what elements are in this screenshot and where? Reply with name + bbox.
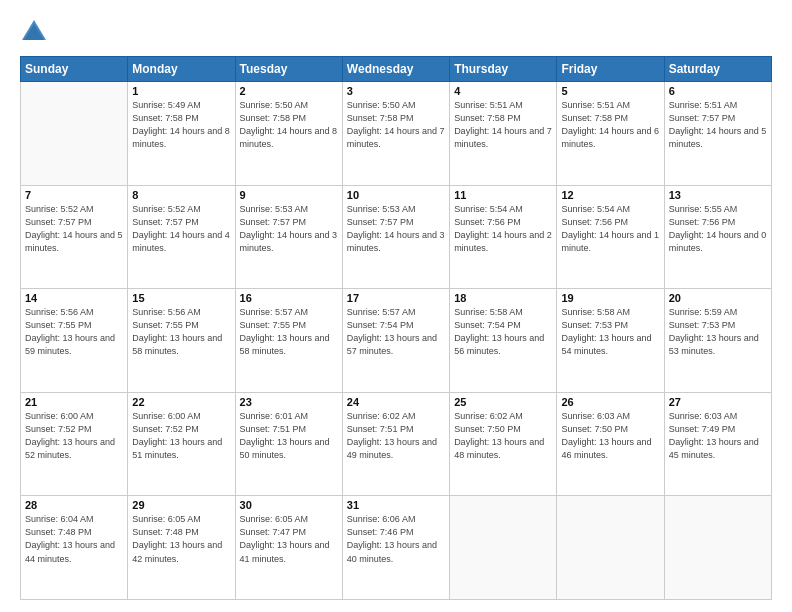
daylight-text: Daylight: 14 hours and 8 minutes. bbox=[132, 126, 230, 149]
day-info: Sunrise: 5:50 AMSunset: 7:58 PMDaylight:… bbox=[240, 99, 338, 151]
day-number: 23 bbox=[240, 396, 338, 408]
calendar-cell: 18Sunrise: 5:58 AMSunset: 7:54 PMDayligh… bbox=[450, 289, 557, 393]
sunrise-text: Sunrise: 5:52 AM bbox=[25, 204, 94, 214]
calendar-cell: 3Sunrise: 5:50 AMSunset: 7:58 PMDaylight… bbox=[342, 82, 449, 186]
sunset-text: Sunset: 7:58 PM bbox=[240, 113, 307, 123]
calendar-cell: 24Sunrise: 6:02 AMSunset: 7:51 PMDayligh… bbox=[342, 392, 449, 496]
daylight-text: Daylight: 14 hours and 3 minutes. bbox=[347, 230, 445, 253]
day-number: 8 bbox=[132, 189, 230, 201]
day-info: Sunrise: 5:53 AMSunset: 7:57 PMDaylight:… bbox=[240, 203, 338, 255]
calendar-cell: 1Sunrise: 5:49 AMSunset: 7:58 PMDaylight… bbox=[128, 82, 235, 186]
day-number: 9 bbox=[240, 189, 338, 201]
sunrise-text: Sunrise: 6:00 AM bbox=[132, 411, 201, 421]
sunset-text: Sunset: 7:56 PM bbox=[669, 217, 736, 227]
day-info: Sunrise: 5:54 AMSunset: 7:56 PMDaylight:… bbox=[561, 203, 659, 255]
calendar-cell: 31Sunrise: 6:06 AMSunset: 7:46 PMDayligh… bbox=[342, 496, 449, 600]
logo bbox=[20, 18, 52, 46]
day-number: 26 bbox=[561, 396, 659, 408]
daylight-text: Daylight: 13 hours and 50 minutes. bbox=[240, 437, 330, 460]
sunrise-text: Sunrise: 5:53 AM bbox=[240, 204, 309, 214]
day-number: 21 bbox=[25, 396, 123, 408]
sunrise-text: Sunrise: 5:57 AM bbox=[347, 307, 416, 317]
col-monday: Monday bbox=[128, 57, 235, 82]
daylight-text: Daylight: 14 hours and 4 minutes. bbox=[132, 230, 230, 253]
sunrise-text: Sunrise: 5:50 AM bbox=[347, 100, 416, 110]
day-number: 7 bbox=[25, 189, 123, 201]
calendar-cell bbox=[557, 496, 664, 600]
sunset-text: Sunset: 7:55 PM bbox=[25, 320, 92, 330]
day-info: Sunrise: 5:59 AMSunset: 7:53 PMDaylight:… bbox=[669, 306, 767, 358]
sunset-text: Sunset: 7:49 PM bbox=[669, 424, 736, 434]
day-number: 5 bbox=[561, 85, 659, 97]
sunset-text: Sunset: 7:57 PM bbox=[347, 217, 414, 227]
calendar-cell: 2Sunrise: 5:50 AMSunset: 7:58 PMDaylight… bbox=[235, 82, 342, 186]
daylight-text: Daylight: 14 hours and 7 minutes. bbox=[347, 126, 445, 149]
sunset-text: Sunset: 7:58 PM bbox=[454, 113, 521, 123]
sunset-text: Sunset: 7:56 PM bbox=[561, 217, 628, 227]
day-number: 14 bbox=[25, 292, 123, 304]
day-info: Sunrise: 5:52 AMSunset: 7:57 PMDaylight:… bbox=[25, 203, 123, 255]
daylight-text: Daylight: 13 hours and 54 minutes. bbox=[561, 333, 651, 356]
calendar-cell: 26Sunrise: 6:03 AMSunset: 7:50 PMDayligh… bbox=[557, 392, 664, 496]
daylight-text: Daylight: 14 hours and 7 minutes. bbox=[454, 126, 552, 149]
calendar-header-row: Sunday Monday Tuesday Wednesday Thursday… bbox=[21, 57, 772, 82]
daylight-text: Daylight: 13 hours and 52 minutes. bbox=[25, 437, 115, 460]
day-number: 22 bbox=[132, 396, 230, 408]
day-info: Sunrise: 6:05 AMSunset: 7:47 PMDaylight:… bbox=[240, 513, 338, 565]
day-number: 11 bbox=[454, 189, 552, 201]
day-number: 31 bbox=[347, 499, 445, 511]
sunset-text: Sunset: 7:47 PM bbox=[240, 527, 307, 537]
day-info: Sunrise: 6:06 AMSunset: 7:46 PMDaylight:… bbox=[347, 513, 445, 565]
calendar-cell: 28Sunrise: 6:04 AMSunset: 7:48 PMDayligh… bbox=[21, 496, 128, 600]
col-friday: Friday bbox=[557, 57, 664, 82]
day-number: 29 bbox=[132, 499, 230, 511]
daylight-text: Daylight: 14 hours and 5 minutes. bbox=[669, 126, 767, 149]
calendar-cell: 19Sunrise: 5:58 AMSunset: 7:53 PMDayligh… bbox=[557, 289, 664, 393]
day-number: 10 bbox=[347, 189, 445, 201]
calendar-cell: 27Sunrise: 6:03 AMSunset: 7:49 PMDayligh… bbox=[664, 392, 771, 496]
daylight-text: Daylight: 13 hours and 58 minutes. bbox=[240, 333, 330, 356]
day-info: Sunrise: 6:03 AMSunset: 7:50 PMDaylight:… bbox=[561, 410, 659, 462]
sunrise-text: Sunrise: 6:03 AM bbox=[669, 411, 738, 421]
sunrise-text: Sunrise: 6:02 AM bbox=[347, 411, 416, 421]
sunset-text: Sunset: 7:53 PM bbox=[669, 320, 736, 330]
day-number: 13 bbox=[669, 189, 767, 201]
calendar-cell: 13Sunrise: 5:55 AMSunset: 7:56 PMDayligh… bbox=[664, 185, 771, 289]
day-number: 28 bbox=[25, 499, 123, 511]
day-info: Sunrise: 5:56 AMSunset: 7:55 PMDaylight:… bbox=[132, 306, 230, 358]
day-info: Sunrise: 5:53 AMSunset: 7:57 PMDaylight:… bbox=[347, 203, 445, 255]
daylight-text: Daylight: 13 hours and 51 minutes. bbox=[132, 437, 222, 460]
day-info: Sunrise: 6:03 AMSunset: 7:49 PMDaylight:… bbox=[669, 410, 767, 462]
calendar-cell: 6Sunrise: 5:51 AMSunset: 7:57 PMDaylight… bbox=[664, 82, 771, 186]
sunset-text: Sunset: 7:53 PM bbox=[561, 320, 628, 330]
sunrise-text: Sunrise: 6:04 AM bbox=[25, 514, 94, 524]
sunrise-text: Sunrise: 5:49 AM bbox=[132, 100, 201, 110]
col-saturday: Saturday bbox=[664, 57, 771, 82]
sunrise-text: Sunrise: 6:03 AM bbox=[561, 411, 630, 421]
calendar-cell: 16Sunrise: 5:57 AMSunset: 7:55 PMDayligh… bbox=[235, 289, 342, 393]
sunset-text: Sunset: 7:51 PM bbox=[347, 424, 414, 434]
sunrise-text: Sunrise: 6:02 AM bbox=[454, 411, 523, 421]
sunrise-text: Sunrise: 5:51 AM bbox=[454, 100, 523, 110]
sunrise-text: Sunrise: 6:05 AM bbox=[132, 514, 201, 524]
calendar-cell bbox=[664, 496, 771, 600]
day-number: 27 bbox=[669, 396, 767, 408]
calendar-cell bbox=[21, 82, 128, 186]
daylight-text: Daylight: 13 hours and 40 minutes. bbox=[347, 540, 437, 563]
calendar-cell: 7Sunrise: 5:52 AMSunset: 7:57 PMDaylight… bbox=[21, 185, 128, 289]
sunset-text: Sunset: 7:48 PM bbox=[132, 527, 199, 537]
daylight-text: Daylight: 13 hours and 49 minutes. bbox=[347, 437, 437, 460]
sunset-text: Sunset: 7:51 PM bbox=[240, 424, 307, 434]
calendar-cell: 22Sunrise: 6:00 AMSunset: 7:52 PMDayligh… bbox=[128, 392, 235, 496]
sunrise-text: Sunrise: 5:58 AM bbox=[454, 307, 523, 317]
sunset-text: Sunset: 7:54 PM bbox=[454, 320, 521, 330]
calendar-cell: 9Sunrise: 5:53 AMSunset: 7:57 PMDaylight… bbox=[235, 185, 342, 289]
calendar-table: Sunday Monday Tuesday Wednesday Thursday… bbox=[20, 56, 772, 600]
sunrise-text: Sunrise: 5:57 AM bbox=[240, 307, 309, 317]
day-info: Sunrise: 6:05 AMSunset: 7:48 PMDaylight:… bbox=[132, 513, 230, 565]
day-number: 25 bbox=[454, 396, 552, 408]
calendar-cell: 25Sunrise: 6:02 AMSunset: 7:50 PMDayligh… bbox=[450, 392, 557, 496]
calendar-cell: 23Sunrise: 6:01 AMSunset: 7:51 PMDayligh… bbox=[235, 392, 342, 496]
day-info: Sunrise: 5:49 AMSunset: 7:58 PMDaylight:… bbox=[132, 99, 230, 151]
daylight-text: Daylight: 13 hours and 56 minutes. bbox=[454, 333, 544, 356]
